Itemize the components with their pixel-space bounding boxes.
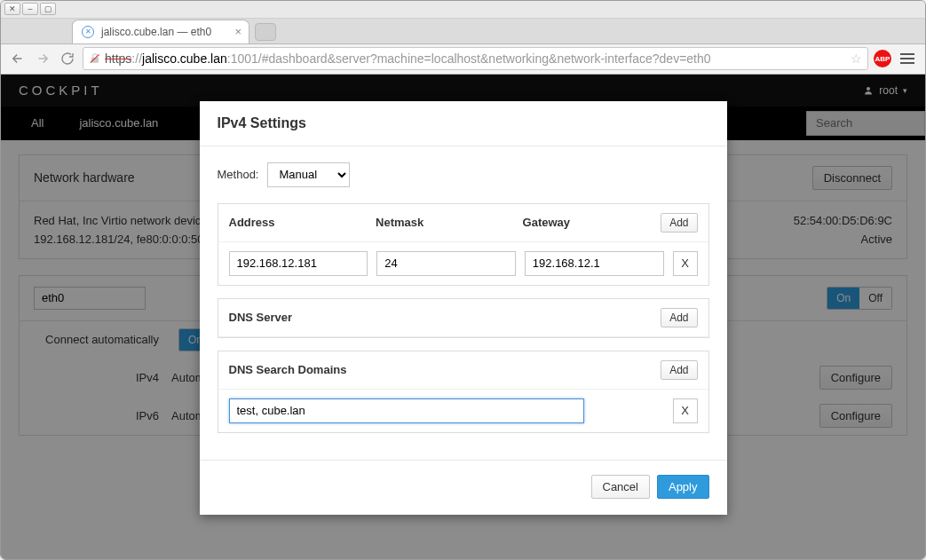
- window-maximize-button[interactable]: ▢: [40, 3, 56, 15]
- apply-button[interactable]: Apply: [657, 475, 709, 499]
- netmask-input[interactable]: [376, 251, 516, 276]
- dns-add-button[interactable]: Add: [661, 308, 697, 327]
- col-gateway: Gateway: [523, 216, 661, 229]
- ipv4-settings-modal: IPv4 Settings Method: Manual Address Net…: [200, 101, 727, 515]
- browser-menu-icon[interactable]: [897, 50, 918, 67]
- app-root: COCKPIT root ▾ All jalisco.cube.lan Netw…: [1, 75, 925, 559]
- browser-tabstrip: jalisco.cube.lan — eth0 ×: [1, 19, 925, 44]
- forward-icon[interactable]: [33, 49, 52, 68]
- address-block: Address Netmask Gateway Add: [218, 203, 709, 286]
- address-input[interactable]: [229, 251, 368, 276]
- cert-warning-icon: [89, 52, 103, 65]
- cancel-button[interactable]: Cancel: [591, 475, 650, 499]
- url-path: :1001/#dashboard&server?machine=localhos…: [227, 51, 711, 66]
- bookmark-star-icon[interactable]: ☆: [851, 51, 862, 66]
- dns-block: DNS Server Add: [218, 298, 709, 338]
- tab-title: jalisco.cube.lan — eth0: [101, 26, 211, 38]
- tab-close-icon[interactable]: ×: [234, 25, 241, 38]
- url-bar[interactable]: https://jalisco.cube.lan:1001/#dashboard…: [83, 47, 868, 70]
- method-select[interactable]: Manual: [267, 162, 350, 187]
- dns-search-input[interactable]: [229, 398, 584, 423]
- browser-tab[interactable]: jalisco.cube.lan — eth0 ×: [72, 20, 249, 43]
- window-minimize-button[interactable]: –: [22, 3, 38, 15]
- method-label: Method:: [218, 168, 259, 181]
- address-remove-button[interactable]: X: [673, 251, 698, 276]
- address-add-button[interactable]: Add: [661, 213, 697, 233]
- tab-favicon: [82, 26, 94, 38]
- dns-title: DNS Server: [229, 311, 661, 324]
- back-icon[interactable]: [8, 49, 28, 68]
- abp-icon[interactable]: ABP: [874, 50, 891, 67]
- gateway-input[interactable]: [525, 251, 664, 276]
- dns-search-title: DNS Search Domains: [229, 363, 661, 376]
- col-netmask: Netmask: [376, 216, 514, 229]
- url-host: jalisco.cube.lan: [142, 51, 227, 66]
- dns-search-remove-button[interactable]: X: [673, 398, 698, 423]
- browser-toolbar: https://jalisco.cube.lan:1001/#dashboard…: [1, 44, 925, 75]
- modal-overlay[interactable]: IPv4 Settings Method: Manual Address Net…: [1, 75, 925, 559]
- os-titlebar: ✕ – ▢: [1, 1, 925, 19]
- col-address: Address: [229, 216, 368, 229]
- modal-title: IPv4 Settings: [200, 101, 727, 146]
- dns-search-add-button[interactable]: Add: [661, 360, 697, 380]
- reload-icon[interactable]: [58, 49, 77, 68]
- dns-search-block: DNS Search Domains Add X: [218, 351, 709, 433]
- window-close-button[interactable]: ✕: [4, 3, 20, 15]
- new-tab-button[interactable]: [255, 23, 276, 41]
- url-scheme: https: [105, 51, 131, 66]
